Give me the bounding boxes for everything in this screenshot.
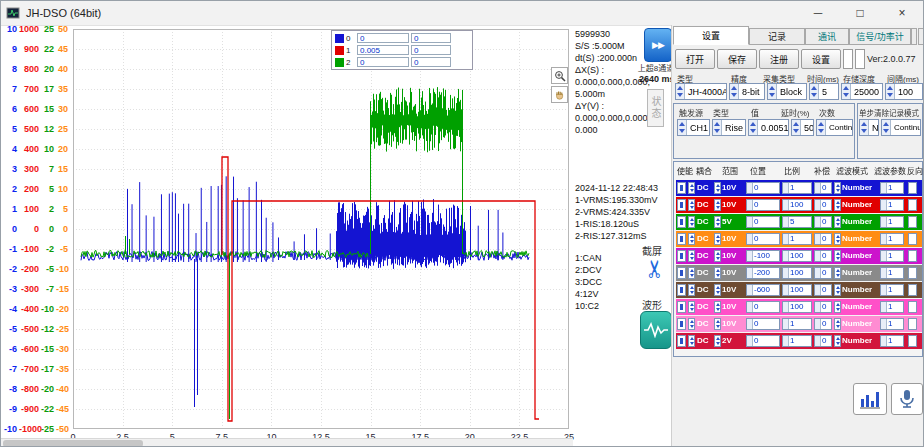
tab-record[interactable]: 记录: [749, 28, 805, 45]
spinner-icon[interactable]: [714, 284, 721, 296]
offset-field[interactable]: 0: [814, 335, 832, 347]
channel-enable-toggle[interactable]: [677, 284, 686, 296]
scale-field[interactable]: 5: [782, 216, 812, 228]
spinner-icon[interactable]: [810, 84, 819, 99]
spinner-icon[interactable]: [834, 284, 841, 296]
scale-field[interactable]: 100: [782, 250, 812, 262]
spinner-icon[interactable]: [834, 233, 841, 245]
position-field[interactable]: 0: [746, 199, 780, 211]
channel-enable-toggle[interactable]: [677, 267, 686, 279]
scale-field[interactable]: 1: [782, 233, 812, 245]
channel-enable-toggle[interactable]: [677, 216, 686, 228]
trigger-value-field[interactable]: 0.0051: [748, 119, 789, 136]
zoom-in-button[interactable]: [551, 67, 568, 84]
invert-checkbox[interactable]: [908, 199, 917, 211]
register-button[interactable]: 注册: [759, 49, 799, 69]
channel-row-10[interactable]: DC2V010Number1: [676, 333, 922, 349]
scale-field[interactable]: 100: [782, 284, 812, 296]
invert-checkbox[interactable]: [908, 250, 917, 262]
time-ms-field[interactable]: 5: [809, 83, 839, 100]
record-mode-select[interactable]: Continue: [881, 119, 921, 136]
spinner-icon[interactable]: [768, 84, 777, 99]
spinner-icon[interactable]: [730, 84, 739, 99]
invert-checkbox[interactable]: [908, 267, 917, 279]
invert-checkbox[interactable]: [908, 318, 917, 330]
device-type-select[interactable]: JH-4000A: [675, 83, 727, 100]
filter-param-field[interactable]: 1: [880, 301, 904, 313]
offset-field[interactable]: 0: [814, 199, 832, 211]
fast-forward-button[interactable]: ▶▶: [644, 28, 672, 62]
channel-row-3[interactable]: DC5V050Number1: [676, 214, 922, 230]
filter-param-field[interactable]: 1: [880, 267, 904, 279]
invert-checkbox[interactable]: [908, 284, 917, 296]
spinner-icon[interactable]: [834, 250, 841, 262]
spinner-icon[interactable]: [886, 84, 895, 99]
invert-checkbox[interactable]: [908, 301, 917, 313]
position-field[interactable]: 0: [746, 233, 780, 245]
position-field[interactable]: 0: [746, 318, 780, 330]
minimize-button[interactable]: ─: [797, 1, 839, 25]
spinner-icon[interactable]: [714, 199, 721, 211]
spinner-icon[interactable]: [688, 335, 695, 347]
position-field[interactable]: 0: [746, 301, 780, 313]
channel-row-5[interactable]: DC10V-1001000Number1: [676, 248, 922, 264]
offset-field[interactable]: 0: [814, 250, 832, 262]
filter-param-field[interactable]: 1: [880, 199, 904, 211]
histogram-button[interactable]: [853, 383, 887, 415]
spinner-icon[interactable]: [714, 233, 721, 245]
maximize-button[interactable]: □: [839, 1, 881, 25]
position-field[interactable]: -200: [746, 267, 780, 279]
horizontal-scrollbar[interactable]: [1, 438, 573, 447]
channel-row-7[interactable]: DC10V-6001000Number1: [676, 282, 922, 298]
filter-param-field[interactable]: 1: [880, 284, 904, 296]
single-clear-select[interactable]: N: [859, 119, 879, 136]
spinner-icon[interactable]: [834, 199, 841, 211]
channel-row-2[interactable]: DC10V01000Number1: [676, 197, 922, 213]
spinner-icon[interactable]: [817, 120, 826, 135]
spinner-icon[interactable]: [834, 267, 841, 279]
save-button[interactable]: 保存: [717, 49, 757, 69]
spinner-icon[interactable]: [842, 84, 851, 99]
spinner-icon[interactable]: [834, 216, 841, 228]
spinner-icon[interactable]: [688, 216, 695, 228]
scale-field[interactable]: 100: [782, 199, 812, 211]
channel-enable-toggle[interactable]: [677, 335, 686, 347]
interval-field[interactable]: 100: [885, 83, 923, 100]
channel-enable-toggle[interactable]: [677, 301, 686, 313]
spinner-icon[interactable]: [834, 301, 841, 313]
waveform-canvas[interactable]: [73, 29, 569, 429]
precision-select[interactable]: 8-bit: [729, 83, 765, 100]
offset-field[interactable]: 0: [814, 216, 832, 228]
filter-param-field[interactable]: 1: [880, 318, 904, 330]
trigger-type-select[interactable]: Rise: [712, 119, 746, 136]
tab-communication[interactable]: 通讯: [805, 28, 849, 45]
spinner-icon[interactable]: [834, 335, 841, 347]
channel-row-9[interactable]: DC10V010Number1: [676, 316, 922, 332]
offset-field[interactable]: 0: [814, 182, 832, 194]
spinner-icon[interactable]: [714, 182, 721, 194]
invert-checkbox[interactable]: [908, 182, 917, 194]
spinner-icon[interactable]: [688, 233, 695, 245]
offset-field[interactable]: 0: [814, 233, 832, 245]
filter-param-field[interactable]: 1: [880, 233, 904, 245]
spinner-icon[interactable]: [834, 318, 841, 330]
spinner-icon[interactable]: [678, 120, 687, 135]
spinner-icon[interactable]: [882, 120, 891, 135]
settings-button[interactable]: 设置: [801, 49, 841, 69]
invert-checkbox[interactable]: [908, 233, 917, 245]
position-field[interactable]: 0: [746, 216, 780, 228]
offset-field[interactable]: 0: [814, 318, 832, 330]
channel-row-1[interactable]: DC10V010Number1: [676, 180, 922, 196]
spinner-icon[interactable]: [676, 84, 685, 99]
open-button[interactable]: 打开: [675, 49, 715, 69]
tab-signal-power[interactable]: 信号/功率计: [849, 28, 911, 45]
trigger-count-select[interactable]: Continue: [816, 119, 853, 136]
scale-field[interactable]: 1: [782, 335, 812, 347]
spinner-icon[interactable]: [688, 250, 695, 262]
spinner-icon[interactable]: [688, 182, 695, 194]
status-button[interactable]: 状态: [647, 89, 664, 127]
spinner-icon[interactable]: [749, 120, 758, 135]
position-field[interactable]: -600: [746, 284, 780, 296]
acq-type-select[interactable]: Block: [767, 83, 807, 100]
tab-settings[interactable]: 设置: [673, 26, 749, 45]
